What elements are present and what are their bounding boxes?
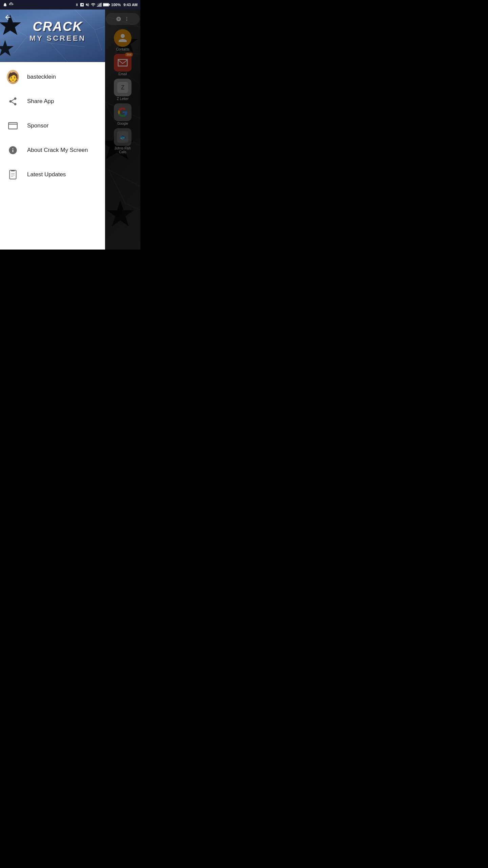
- menu-item-sponsor[interactable]: Sponsor: [0, 114, 105, 138]
- wifi-icon: [91, 2, 96, 7]
- svg-rect-34: [9, 170, 16, 179]
- menu-item-share[interactable]: Share App: [0, 89, 105, 114]
- app-title: CRACK MY SCREEN: [14, 20, 102, 43]
- updates-label: Latest Updates: [27, 171, 66, 178]
- svg-rect-40: [98, 5, 99, 7]
- svg-rect-42: [100, 4, 101, 7]
- svg-rect-39: [97, 6, 98, 7]
- time-display: 9:43 AM: [123, 3, 138, 7]
- svg-rect-45: [103, 3, 109, 6]
- menu-item-about[interactable]: About Crack My Screen: [0, 138, 105, 162]
- menu-item-user[interactable]: 🧑 bastecklein: [0, 65, 105, 89]
- svg-rect-32: [8, 123, 17, 129]
- about-label: About Crack My Screen: [27, 147, 88, 154]
- status-left-icons: [3, 2, 14, 7]
- mute-icon: [85, 2, 89, 7]
- notification-icon-1: [3, 2, 7, 7]
- svg-marker-31: [0, 40, 14, 56]
- sponsor-label: Sponsor: [27, 122, 48, 129]
- svg-rect-35: [11, 170, 15, 171]
- nfc-icon: [80, 2, 84, 7]
- about-icon: [7, 144, 19, 156]
- share-label: Share App: [27, 98, 54, 105]
- sponsor-icon: [7, 120, 19, 132]
- drawer-menu: 🧑 bastecklein Share App Sponsor: [0, 62, 105, 250]
- menu-item-updates[interactable]: Latest Updates: [0, 162, 105, 187]
- nav-drawer: CRACK MY SCREEN 🧑 bastecklein Share App: [0, 9, 105, 250]
- svg-rect-46: [109, 4, 110, 5]
- battery-percent: 100%: [111, 3, 121, 7]
- app-title-sub: MY SCREEN: [14, 34, 102, 43]
- notification-icon-2: [9, 2, 14, 7]
- svg-rect-43: [101, 3, 102, 7]
- signal-icon: [97, 2, 102, 7]
- app-title-main: CRACK: [14, 20, 102, 34]
- user-label: bastecklein: [27, 74, 56, 80]
- drawer-header: CRACK MY SCREEN: [0, 9, 105, 62]
- back-button[interactable]: [4, 14, 12, 21]
- share-icon: [7, 95, 19, 107]
- user-avatar-icon: 🧑: [7, 71, 19, 83]
- bluetooth-icon: [75, 2, 79, 7]
- updates-icon: [7, 169, 19, 181]
- svg-rect-41: [99, 4, 100, 7]
- battery-icon: [103, 3, 110, 7]
- status-right-info: 100% 9:43 AM: [75, 2, 138, 7]
- status-bar: 100% 9:43 AM: [0, 0, 140, 9]
